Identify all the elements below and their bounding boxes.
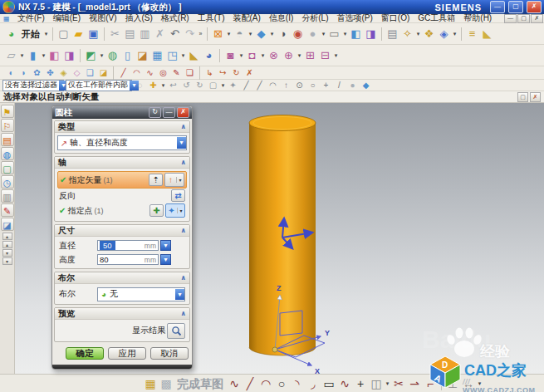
type-combo-caret-icon[interactable]: ▼ bbox=[177, 137, 186, 149]
window-view-icon[interactable]: ▭ bbox=[327, 27, 341, 42]
spline-curve-icon[interactable]: ∿ bbox=[144, 67, 156, 78]
vector-dialog-button[interactable]: ⇡ bbox=[149, 174, 163, 186]
menu-insert[interactable]: 插入(S) bbox=[120, 12, 156, 24]
history-tab[interactable]: ◷ bbox=[1, 175, 14, 189]
unite-icon[interactable]: ◙ bbox=[223, 48, 238, 63]
revolve-icon[interactable]: ◍ bbox=[105, 48, 120, 63]
dialog-title-bar[interactable]: 圆柱 ↻ — ✗ bbox=[52, 106, 192, 119]
block-icon[interactable]: ◧ bbox=[47, 48, 61, 63]
window-caret-icon[interactable]: ▾ bbox=[321, 27, 326, 42]
subtract-icon[interactable]: ◘ bbox=[245, 48, 259, 63]
cut-icon[interactable]: ✂ bbox=[108, 27, 122, 42]
start-logo-icon[interactable]: ◕ bbox=[4, 27, 18, 42]
doc-restore-button[interactable]: ▢ bbox=[517, 14, 530, 23]
operation-navigator-tab[interactable]: ▢ bbox=[1, 161, 14, 174]
rect-caret-icon[interactable]: ▾ bbox=[220, 80, 226, 91]
undo-icon[interactable]: ↶ bbox=[168, 27, 182, 42]
show-result-button[interactable] bbox=[167, 323, 185, 339]
assembly-navigator-tab[interactable]: ⚑ bbox=[1, 105, 14, 118]
datum-plane-icon[interactable]: ▱ bbox=[4, 48, 18, 63]
undo-small-icon[interactable]: ↩ bbox=[167, 80, 179, 91]
pan-icon[interactable]: ↻ bbox=[194, 80, 206, 91]
measure-icon[interactable]: ≡ bbox=[465, 27, 479, 42]
sew-icon[interactable]: ⊕ bbox=[282, 48, 296, 63]
assembly-cube-icon[interactable]: ◆ bbox=[360, 80, 372, 91]
line-icon[interactable]: ╱ bbox=[243, 376, 257, 391]
dimensions-collapse-icon[interactable]: ∧ bbox=[181, 227, 187, 234]
fit-view-caret-icon[interactable]: ▾ bbox=[226, 27, 232, 42]
menu-view[interactable]: 视图(V) bbox=[85, 12, 120, 24]
cylinder-caret-icon[interactable]: ▾ bbox=[41, 48, 47, 63]
selection-filter-combo[interactable]: 没有选择过滤器 ▼ bbox=[2, 80, 64, 91]
vector-type-combo[interactable]: ↑ ▾ bbox=[164, 173, 184, 187]
menu-preferences[interactable]: 首选项(P) bbox=[333, 12, 377, 24]
snap-midpoint-icon[interactable]: ╱ bbox=[253, 80, 266, 91]
ruled-surface-icon[interactable]: ✿ bbox=[31, 67, 43, 78]
boolean-combo[interactable]: ◕ 无 ▼ bbox=[97, 287, 185, 301]
shaded-view-icon[interactable]: ◆ bbox=[254, 27, 268, 42]
point-icon[interactable]: + bbox=[353, 376, 368, 391]
menu-format[interactable]: 格式(R) bbox=[157, 12, 194, 24]
vector-combo-caret-icon[interactable]: ▾ bbox=[176, 177, 184, 183]
half-shade-view-icon[interactable]: ◑ bbox=[276, 27, 290, 42]
shell-caret-icon[interactable]: ▾ bbox=[180, 48, 186, 63]
menu-window[interactable]: 窗口(O) bbox=[377, 12, 414, 24]
dimensions-section-header[interactable]: 尺寸 ∧ bbox=[55, 225, 189, 237]
type-collapse-icon[interactable]: ∧ bbox=[181, 123, 187, 130]
snap-caret-icon[interactable]: ▾ bbox=[160, 80, 166, 91]
rect-select-icon[interactable]: ▢ bbox=[207, 80, 219, 91]
dialog-close-icon[interactable]: ✗ bbox=[177, 107, 189, 118]
menu-assembly[interactable]: 装配(A) bbox=[228, 12, 264, 24]
constraint-navigator-tab[interactable]: ⚐ bbox=[1, 119, 14, 132]
pattern-curve-icon[interactable]: ❏ bbox=[184, 67, 196, 78]
profile-icon[interactable]: ∿ bbox=[227, 376, 242, 391]
line-curve-icon[interactable]: ╱ bbox=[117, 67, 130, 78]
type-combo[interactable]: ↗ 轴、直径和高度 ▼ bbox=[57, 135, 187, 150]
copy-icon[interactable]: ▤ bbox=[123, 27, 137, 42]
extrude-icon[interactable]: ◩ bbox=[84, 48, 98, 63]
doc-minimize-button[interactable]: — bbox=[504, 14, 517, 23]
orbit-icon[interactable]: ↺ bbox=[180, 80, 193, 91]
bounded-plane-icon[interactable]: ◇ bbox=[71, 67, 83, 78]
styled-sweep-icon[interactable]: ◈ bbox=[57, 67, 70, 78]
rail-scroll-up-icon[interactable]: ▴ bbox=[2, 241, 12, 248]
unite-caret-icon[interactable]: ▾ bbox=[238, 48, 244, 63]
rectangle-icon[interactable]: ▭ bbox=[321, 376, 336, 391]
menu-analysis[interactable]: 分析(L) bbox=[297, 12, 332, 24]
finish-sketch-label[interactable]: 完成草图 bbox=[174, 376, 226, 391]
extrude-caret-icon[interactable]: ▾ bbox=[99, 48, 105, 63]
menu-edit[interactable]: 编辑(E) bbox=[49, 12, 85, 24]
rotate-caret-icon[interactable]: ▾ bbox=[247, 27, 253, 42]
shaded-caret-icon[interactable]: ▾ bbox=[269, 27, 275, 42]
menu-file[interactable]: 文件(F) bbox=[13, 12, 49, 24]
specify-vector-row[interactable]: ✔ 指定矢量 (1) ⇡ ↑ ▾ bbox=[57, 171, 187, 189]
maximize-button[interactable]: ▢ bbox=[508, 1, 523, 13]
prompt-close-icon[interactable]: ✗ bbox=[530, 92, 541, 102]
blend-icon[interactable]: ◕ bbox=[202, 48, 216, 63]
make-corner-icon[interactable]: ⌐ bbox=[423, 376, 438, 391]
offset-curve-sketch-icon[interactable]: ◫ bbox=[369, 376, 384, 391]
cylinder-icon[interactable]: ▮ bbox=[26, 48, 40, 63]
type-section-header[interactable]: 类型 ∧ bbox=[55, 121, 189, 133]
prompt-dock-icon[interactable]: ▢ bbox=[517, 92, 528, 102]
height-options-caret-icon[interactable]: ▼ bbox=[160, 254, 171, 265]
rail-scroll-down-icon[interactable]: ▾ bbox=[2, 249, 12, 257]
point-combo-caret-icon[interactable]: ▾ bbox=[177, 208, 184, 213]
rail-scroll-top-icon[interactable]: ▴ bbox=[2, 233, 12, 240]
menu-gc-toolbox[interactable]: GC工具箱 bbox=[414, 12, 459, 24]
preview-collapse-icon[interactable]: ∧ bbox=[181, 310, 187, 317]
helix-curve-icon[interactable]: ◎ bbox=[157, 67, 169, 78]
fit-view-icon[interactable]: ⊠ bbox=[211, 27, 225, 42]
chamfer-icon[interactable]: ◣ bbox=[187, 48, 201, 63]
internet-explorer-tab[interactable]: ◍ bbox=[1, 147, 14, 160]
object-display-icon[interactable]: ◈ bbox=[437, 27, 451, 42]
snap-sphere-icon[interactable]: ● bbox=[346, 80, 359, 91]
axis-collapse-icon[interactable]: ∧ bbox=[181, 159, 187, 166]
snap-scatter-icon[interactable]: ✦ bbox=[227, 80, 239, 91]
start-caret-icon[interactable]: ▾ bbox=[43, 27, 49, 42]
text-curve-icon[interactable]: ✎ bbox=[170, 67, 183, 78]
preview-section-header[interactable]: 预览 ∧ bbox=[55, 308, 189, 320]
materials-tab[interactable]: ✎ bbox=[1, 203, 14, 217]
menu-help[interactable]: 帮助(H) bbox=[459, 12, 496, 24]
boss-icon[interactable]: ◪ bbox=[135, 48, 149, 63]
